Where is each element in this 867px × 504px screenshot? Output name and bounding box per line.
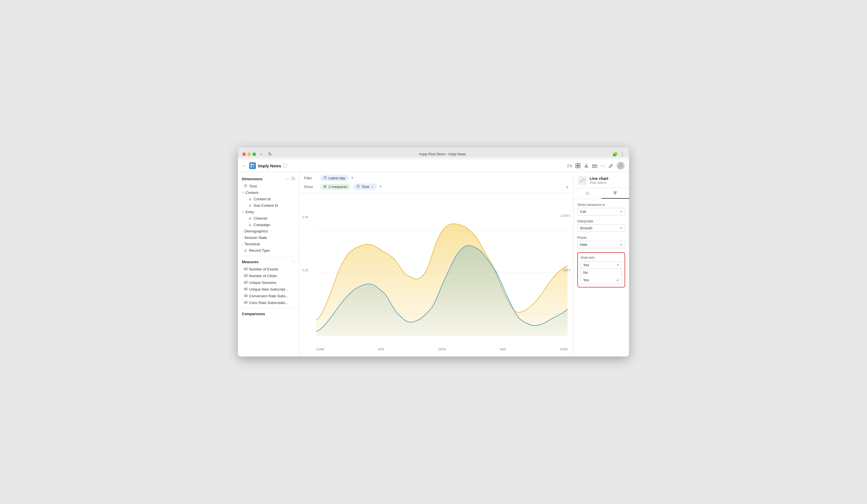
sidebar-item-num-clicks[interactable]: Number of Clicks <box>238 272 299 279</box>
back-nav-button[interactable]: ← <box>258 151 265 157</box>
technical-chevron: › <box>242 243 243 246</box>
time-chip-clock-icon <box>356 185 360 189</box>
show-chip-label: 2 measures <box>329 185 347 189</box>
unique-sessions-label: Unique Sessions <box>249 280 277 285</box>
panel-body: Show measures in Cell ▼ Interpolate Smoo… <box>574 199 629 356</box>
sidebar-group-technical[interactable]: › Technical <box>238 241 299 247</box>
maximize-button[interactable] <box>253 152 256 156</box>
toolbar-expand-button[interactable]: ∨ <box>566 185 569 189</box>
browser-chrome: ← ↻ Imply Pivot Demo - Imply News 🧩 ⋮ <box>238 148 629 157</box>
show-add-button[interactable]: + <box>379 184 382 190</box>
sidebar-item-unique-sessions[interactable]: Unique Sessions <box>238 279 299 286</box>
points-label: Points <box>577 236 625 240</box>
grid-view-button[interactable] <box>575 163 580 168</box>
user-avatar[interactable] <box>617 162 624 170</box>
dropdown-option-no[interactable]: No <box>581 269 621 276</box>
sidebar-item-content-id[interactable]: A Content Id <box>238 196 299 202</box>
show-chip[interactable]: 2 measures <box>320 184 351 190</box>
svg-rect-44 <box>586 194 589 194</box>
browser-controls: ← ↻ Imply Pivot Demo - Imply News 🧩 ⋮ <box>243 151 624 157</box>
minimize-button[interactable] <box>247 152 251 156</box>
app-back-button[interactable]: ← <box>243 163 247 168</box>
svg-rect-5 <box>578 163 580 165</box>
share-button[interactable] <box>592 163 597 168</box>
panel-tab-filter[interactable] <box>601 188 629 199</box>
info-icon[interactable]: i <box>283 163 287 168</box>
svg-rect-16 <box>244 275 245 277</box>
content-id-label: Content Id <box>254 197 270 201</box>
menu-icon[interactable]: ⋮ <box>620 151 624 157</box>
show-measures-arrow: ▼ <box>620 210 623 213</box>
points-select[interactable]: Hide ▼ <box>577 241 625 248</box>
sidebar-group-demographics[interactable]: › Demographics <box>238 228 299 234</box>
right-panel: Line chart Auto select <box>573 172 629 356</box>
svg-rect-20 <box>244 281 245 283</box>
dropdown-option-yes[interactable]: Yes ✓ <box>581 276 621 284</box>
reload-nav-button[interactable]: ↻ <box>267 151 273 157</box>
edit-button[interactable] <box>608 163 613 168</box>
svg-rect-38 <box>325 185 325 188</box>
app-header: ← Imply News i 2.0 <box>238 160 629 172</box>
sidebar-item-num-events[interactable]: Number of Events <box>238 266 299 272</box>
app-logo <box>249 162 256 169</box>
content-id-icon: A <box>248 197 252 201</box>
svg-rect-26 <box>246 288 247 290</box>
sidebar-item-record-type[interactable]: A Record Type <box>238 247 299 254</box>
sidebar-item-conv-rate-subs[interactable]: Conversion Rate Subs... <box>238 292 299 299</box>
measures-section-actions: ⋯ <box>291 259 295 264</box>
main-content: Filter Latest day + <box>299 172 573 356</box>
sidebar-item-channel[interactable]: A Channel <box>238 215 299 222</box>
x-label-10am-start: 10AM <box>316 347 324 351</box>
sidebar-item-conv-rate-subscriptio[interactable]: Conv Rate Subscriptio... <box>238 299 299 306</box>
download-button[interactable] <box>584 163 589 168</box>
panel-title: Line chart <box>590 176 608 181</box>
show-measures-value: Cell <box>580 210 586 214</box>
sidebar-item-sub-content-id[interactable]: A Sub Content Id <box>238 202 299 209</box>
interpolate-label: Interpolate <box>577 219 625 223</box>
sidebar: Dimensions ⋯ <box>238 172 299 356</box>
interpolate-select[interactable]: Smooth ▼ <box>577 224 625 232</box>
time-chip-close-icon[interactable]: × <box>372 185 373 189</box>
sidebar-item-time[interactable]: Time <box>238 183 299 190</box>
sidebar-group-entry[interactable]: ∨ Entry <box>238 209 299 215</box>
record-type-icon: A <box>244 249 247 252</box>
dimensions-more-button[interactable]: ⋯ <box>286 177 290 181</box>
session-state-chevron: › <box>242 236 243 239</box>
y-label-020: 0.20 <box>302 268 308 272</box>
sidebar-item-unique-new-sub[interactable]: Unique New Subscript... <box>238 286 299 292</box>
measures-more-button[interactable]: ⋯ <box>291 259 295 264</box>
x-label-4am: 4AM <box>500 347 506 351</box>
close-button[interactable] <box>243 152 246 156</box>
campaign-icon: A <box>248 223 252 227</box>
filter-chip[interactable]: Latest day <box>320 175 349 181</box>
comparisons-title: Comparisons <box>242 312 265 316</box>
dual-axis-dropdown: No Yes ✓ <box>581 268 622 284</box>
panel-header: Line chart Auto select <box>574 172 629 188</box>
conv-rate-subscriptio-icon <box>244 300 247 305</box>
dimensions-search-button[interactable] <box>291 176 295 181</box>
y-label-040: 0.40 <box>302 215 308 219</box>
chart-x-labels: 10AM 4PM 10PM 4AM 10AM <box>316 347 568 351</box>
extension-icon[interactable]: 🧩 <box>612 151 618 157</box>
sidebar-item-campaign[interactable]: A Campaign <box>238 222 299 228</box>
panel-tab-style[interactable] <box>574 188 601 199</box>
sidebar-group-content[interactable]: ∨ Content <box>238 190 299 196</box>
dual-axis-select[interactable]: Yes ▼ <box>581 261 622 269</box>
traffic-lights <box>243 152 256 156</box>
svg-rect-4 <box>576 163 578 165</box>
time-chip[interactable]: Time × <box>353 184 377 190</box>
svg-rect-28 <box>244 295 245 297</box>
content-label: Content <box>246 191 258 195</box>
conv-rate-subs-icon <box>244 294 247 298</box>
svg-rect-2 <box>250 166 252 168</box>
more-button[interactable]: ⋯ <box>600 163 605 169</box>
chart-svg <box>316 199 568 343</box>
app-body: Dimensions ⋯ <box>238 172 629 356</box>
measures-section-header: Measures ⋯ <box>238 258 299 266</box>
sidebar-group-session-state[interactable]: › Session State <box>238 234 299 241</box>
show-measures-select[interactable]: Cell ▼ <box>577 208 625 215</box>
filter-add-button[interactable]: + <box>351 175 354 181</box>
unique-new-sub-label: Unique New Subscript... <box>249 287 288 291</box>
svg-rect-8 <box>592 165 597 168</box>
show-chip-icon <box>323 185 327 189</box>
